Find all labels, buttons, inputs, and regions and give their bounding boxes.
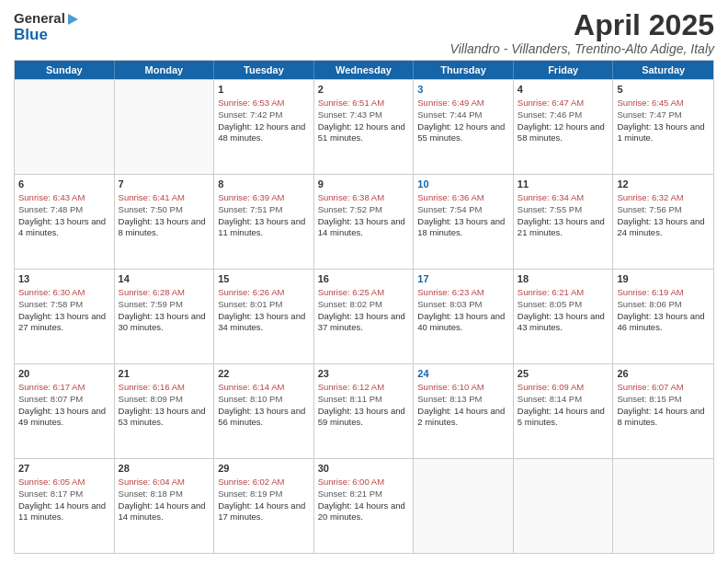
sunset-text: Sunset: 7:55 PM (518, 204, 582, 214)
sunset-text: Sunset: 8:13 PM (417, 394, 482, 404)
day-number: 13 (18, 272, 110, 286)
calendar-cell (514, 459, 614, 553)
sunset-text: Sunset: 8:17 PM (18, 488, 83, 499)
calendar-row-5: 27Sunrise: 6:05 AMSunset: 8:17 PMDayligh… (15, 458, 713, 553)
daylight-text: Daylight: 14 hours and 8 minutes. (617, 406, 704, 428)
calendar-cell: 27Sunrise: 6:05 AMSunset: 8:17 PMDayligh… (15, 459, 115, 553)
sunrise-text: Sunrise: 6:39 AM (218, 192, 284, 202)
sunrise-text: Sunrise: 6:17 AM (18, 382, 85, 392)
header-day-thursday: Thursday (414, 61, 514, 79)
day-number: 14 (119, 272, 210, 286)
calendar-cell: 22Sunrise: 6:14 AMSunset: 8:10 PMDayligh… (214, 364, 314, 458)
header-day-friday: Friday (514, 61, 614, 79)
day-number: 1 (218, 83, 310, 97)
daylight-text: Daylight: 12 hours and 51 minutes. (318, 121, 405, 144)
day-number: 3 (417, 83, 509, 97)
sunset-text: Sunset: 7:48 PM (18, 204, 83, 214)
title-block: April 2025 Villandro - Villanders, Trent… (450, 9, 714, 56)
sunset-text: Sunset: 8:11 PM (318, 394, 382, 404)
daylight-text: Daylight: 13 hours and 37 minutes. (318, 311, 405, 333)
day-number: 7 (119, 178, 210, 191)
logo-blue: Blue (14, 27, 78, 44)
calendar-cell: 14Sunrise: 6:28 AMSunset: 7:59 PMDayligh… (115, 270, 215, 363)
sunset-text: Sunset: 8:18 PM (119, 488, 183, 499)
calendar: SundayMondayTuesdayWednesdayThursdayFrid… (14, 60, 714, 554)
sunrise-text: Sunrise: 6:53 AM (218, 98, 284, 108)
sunset-text: Sunset: 8:10 PM (218, 394, 282, 404)
sunrise-text: Sunrise: 6:05 AM (18, 477, 85, 487)
day-number: 17 (417, 272, 509, 286)
calendar-row-3: 13Sunrise: 6:30 AMSunset: 7:58 PMDayligh… (15, 269, 713, 363)
day-number: 20 (18, 367, 110, 381)
daylight-text: Daylight: 14 hours and 20 minutes. (318, 500, 405, 523)
calendar-cell: 7Sunrise: 6:41 AMSunset: 7:50 PMDaylight… (115, 175, 215, 269)
calendar-row-4: 20Sunrise: 6:17 AMSunset: 8:07 PMDayligh… (15, 363, 713, 458)
sunrise-text: Sunrise: 6:32 AM (617, 192, 683, 202)
day-number: 25 (518, 367, 609, 381)
sunset-text: Sunset: 7:42 PM (218, 109, 282, 120)
daylight-text: Daylight: 13 hours and 49 minutes. (18, 406, 106, 428)
sunrise-text: Sunrise: 6:47 AM (518, 98, 584, 108)
daylight-text: Daylight: 13 hours and 43 minutes. (518, 311, 605, 333)
sunset-text: Sunset: 8:19 PM (218, 488, 282, 499)
daylight-text: Daylight: 13 hours and 1 minute. (617, 121, 704, 144)
daylight-text: Daylight: 14 hours and 14 minutes. (119, 500, 206, 523)
sunset-text: Sunset: 7:44 PM (417, 109, 482, 120)
sunset-text: Sunset: 7:54 PM (417, 204, 482, 214)
sunrise-text: Sunrise: 6:02 AM (218, 477, 284, 487)
daylight-text: Daylight: 13 hours and 46 minutes. (617, 311, 704, 333)
calendar-cell: 13Sunrise: 6:30 AMSunset: 7:58 PMDayligh… (15, 270, 115, 363)
calendar-cell: 17Sunrise: 6:23 AMSunset: 8:03 PMDayligh… (414, 270, 514, 363)
calendar-cell: 30Sunrise: 6:00 AMSunset: 8:21 PMDayligh… (314, 459, 415, 553)
calendar-cell: 25Sunrise: 6:09 AMSunset: 8:14 PMDayligh… (514, 364, 614, 458)
day-number: 23 (318, 367, 410, 381)
daylight-text: Daylight: 12 hours and 58 minutes. (518, 121, 605, 144)
sunset-text: Sunset: 7:58 PM (18, 299, 83, 309)
day-number: 30 (318, 462, 410, 476)
calendar-cell (613, 459, 713, 553)
sunset-text: Sunset: 8:09 PM (119, 394, 183, 404)
calendar-cell: 6Sunrise: 6:43 AMSunset: 7:48 PMDaylight… (15, 175, 115, 269)
sunrise-text: Sunrise: 6:07 AM (617, 382, 683, 392)
day-number: 6 (18, 178, 110, 191)
header-day-saturday: Saturday (613, 61, 713, 79)
sunrise-text: Sunrise: 6:38 AM (318, 192, 384, 202)
calendar-cell: 12Sunrise: 6:32 AMSunset: 7:56 PMDayligh… (613, 175, 713, 269)
calendar-cell (414, 459, 514, 553)
calendar-cell (115, 80, 215, 174)
day-number: 26 (617, 367, 710, 381)
sunset-text: Sunset: 8:14 PM (518, 394, 582, 404)
sunrise-text: Sunrise: 6:23 AM (417, 287, 483, 297)
logo: General Blue (14, 11, 78, 43)
day-number: 8 (218, 178, 310, 191)
day-number: 4 (518, 83, 609, 97)
sunrise-text: Sunrise: 6:36 AM (417, 192, 483, 202)
month-title: April 2025 (450, 9, 714, 41)
day-number: 24 (417, 367, 509, 381)
day-number: 5 (617, 83, 710, 97)
daylight-text: Daylight: 14 hours and 2 minutes. (417, 406, 505, 428)
calendar-cell: 3Sunrise: 6:49 AMSunset: 7:44 PMDaylight… (414, 80, 514, 174)
calendar-body: 1Sunrise: 6:53 AMSunset: 7:42 PMDaylight… (15, 79, 713, 553)
daylight-text: Daylight: 13 hours and 59 minutes. (318, 406, 405, 428)
header-day-sunday: Sunday (15, 61, 115, 79)
calendar-cell: 21Sunrise: 6:16 AMSunset: 8:09 PMDayligh… (115, 364, 215, 458)
calendar-cell: 1Sunrise: 6:53 AMSunset: 7:42 PMDaylight… (214, 80, 314, 174)
calendar-cell (15, 80, 115, 174)
sunrise-text: Sunrise: 6:09 AM (518, 382, 584, 392)
daylight-text: Daylight: 14 hours and 11 minutes. (18, 500, 106, 523)
page: General Blue April 2025 Villandro - Vill… (0, 0, 728, 563)
daylight-text: Daylight: 13 hours and 8 minutes. (119, 216, 206, 238)
daylight-text: Daylight: 13 hours and 21 minutes. (518, 216, 605, 238)
day-number: 15 (218, 272, 310, 286)
daylight-text: Daylight: 14 hours and 5 minutes. (518, 406, 605, 428)
sunset-text: Sunset: 8:06 PM (617, 299, 681, 309)
sunrise-text: Sunrise: 6:14 AM (218, 382, 284, 392)
sunset-text: Sunset: 8:07 PM (18, 394, 83, 404)
calendar-cell: 10Sunrise: 6:36 AMSunset: 7:54 PMDayligh… (414, 175, 514, 269)
logo-general: General (14, 11, 78, 27)
calendar-cell: 8Sunrise: 6:39 AMSunset: 7:51 PMDaylight… (214, 175, 314, 269)
sunset-text: Sunset: 8:05 PM (518, 299, 582, 309)
calendar-cell: 24Sunrise: 6:10 AMSunset: 8:13 PMDayligh… (414, 364, 514, 458)
header-day-tuesday: Tuesday (214, 61, 314, 79)
